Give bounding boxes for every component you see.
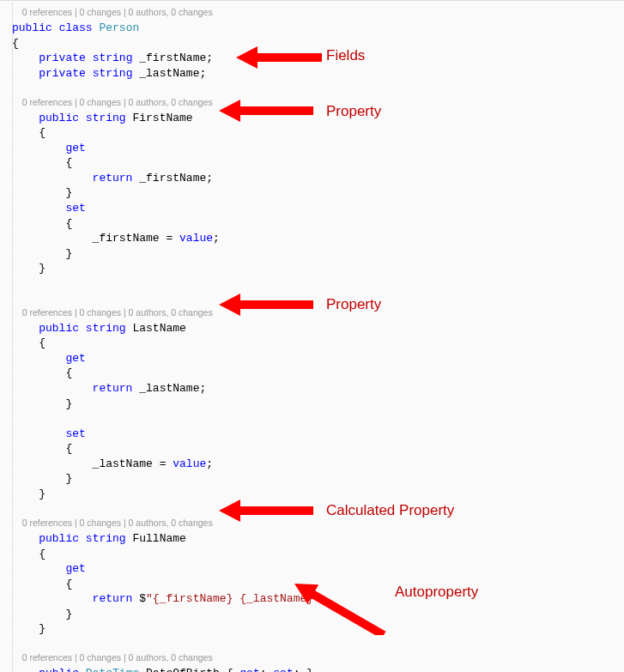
- code-line: get: [12, 351, 624, 366]
- code-line: [12, 637, 624, 652]
- code-line: }: [12, 471, 624, 487]
- code-line: [12, 501, 624, 517]
- code-line: _firstName = value;: [12, 231, 624, 246]
- annotation-autoproperty: Autoproperty: [395, 584, 478, 601]
- code-line: public class Person: [12, 21, 624, 36]
- code-line: {: [12, 441, 624, 457]
- code-line: public string FullName: [12, 531, 624, 547]
- code-line: [12, 411, 624, 427]
- code-line: {: [12, 155, 624, 171]
- arrow-icon: [219, 290, 313, 319]
- code-line: }: [12, 185, 624, 201]
- code-line: }: [12, 246, 624, 262]
- code-line: }: [12, 397, 624, 412]
- code-line: {: [12, 216, 624, 232]
- annotation-calculated-property: Calculated Property: [326, 502, 454, 519]
- annotation-property: Property: [326, 103, 381, 120]
- code-line: }: [12, 261, 624, 276]
- arrow-icon: [219, 496, 313, 525]
- code-line: public string FirstName: [12, 111, 624, 126]
- code-line: public string LastName: [12, 321, 624, 336]
- code-line: _lastName = value;: [12, 457, 624, 472]
- code-line: public DateTime DateOfBirth { get; set; …: [12, 666, 624, 672]
- codelens: 0 references | 0 changes | 0 authors, 0 …: [12, 651, 624, 666]
- svg-marker-1: [219, 100, 313, 122]
- code-line: set: [12, 201, 624, 216]
- arrow-icon: [236, 43, 322, 72]
- code-line: set: [12, 427, 624, 442]
- annotation-property: Property: [326, 296, 381, 313]
- code-line: get: [12, 561, 624, 577]
- code-line: {: [12, 125, 624, 141]
- codelens: 0 references | 0 changes | 0 authors, 0 …: [12, 96, 624, 111]
- arrow-icon: [219, 96, 313, 125]
- arrow-icon: [288, 584, 391, 635]
- code-line: [12, 276, 624, 292]
- svg-marker-4: [289, 584, 390, 635]
- code-line: [12, 291, 624, 306]
- code-line: get: [12, 141, 624, 156]
- annotation-fields: Fields: [326, 47, 365, 64]
- codelens: 0 references | 0 changes | 0 authors, 0 …: [12, 517, 624, 531]
- code-line: {: [12, 547, 624, 562]
- svg-marker-0: [236, 46, 322, 69]
- code-line: }: [12, 487, 624, 502]
- codelens: 0 references | 0 changes | 0 authors, 0 …: [12, 306, 624, 321]
- code-line: [12, 81, 624, 96]
- code-line: {: [12, 336, 624, 351]
- code-line: return _firstName;: [12, 171, 624, 186]
- codelens: 0 references | 0 changes | 0 authors, 0 …: [12, 6, 624, 21]
- svg-marker-3: [219, 499, 313, 522]
- code-line: {: [12, 366, 624, 381]
- svg-marker-2: [219, 294, 313, 316]
- code-line: return _lastName;: [12, 381, 624, 397]
